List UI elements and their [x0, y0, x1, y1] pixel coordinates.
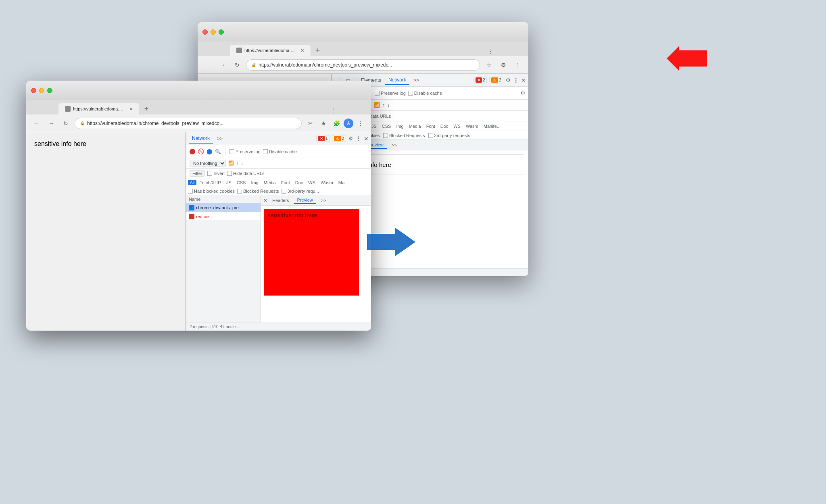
- back-font-filter[interactable]: Font: [424, 123, 438, 129]
- front-profile-icon[interactable]: A: [344, 119, 353, 128]
- back-active-tab[interactable]: https://vulnerabledoma.in/chro... ✕: [230, 45, 311, 56]
- front-more-devtools-tabs[interactable]: >>: [214, 134, 226, 143]
- back-upload-icon[interactable]: ↑: [382, 102, 385, 108]
- back-forward-button[interactable]: →: [217, 59, 228, 71]
- front-network-tab[interactable]: Network: [189, 134, 213, 144]
- back-ws-filter[interactable]: WS: [451, 123, 463, 129]
- back-address-bar[interactable]: 🔒 https://vulnerabledoma.in/chrome_devto…: [246, 59, 480, 71]
- front-request-row-1[interactable]: h chrome_devtools_pre...: [186, 203, 261, 212]
- front-3rd-party[interactable]: 3rd-party requ...: [282, 189, 319, 194]
- back-blocked-requests-checkbox[interactable]: [383, 133, 388, 138]
- front-devtools-close-icon[interactable]: ✕: [364, 135, 369, 142]
- front-hide-data-checkbox[interactable]: [227, 171, 232, 176]
- front-ws-filter[interactable]: WS: [306, 180, 318, 185]
- back-network-tab[interactable]: Network: [385, 75, 409, 85]
- front-tab-menu[interactable]: ⋮: [327, 106, 339, 115]
- front-upload-icon[interactable]: ↑: [236, 161, 239, 166]
- front-filter-icon[interactable]: ⬤: [206, 148, 213, 154]
- back-devtools-settings-icon[interactable]: ⚙: [506, 77, 511, 83]
- front-media-filter[interactable]: Media: [261, 180, 278, 185]
- back-media-filter[interactable]: Media: [407, 123, 423, 129]
- front-star-icon[interactable]: ★: [318, 118, 329, 129]
- front-blocked-cookies-checkbox[interactable]: [188, 189, 193, 194]
- front-reload-button[interactable]: ↻: [60, 118, 71, 129]
- back-3rd-party-checkbox[interactable]: [428, 133, 433, 138]
- front-record-button[interactable]: [190, 149, 195, 154]
- front-headers-tab-btn[interactable]: Headers: [269, 197, 292, 204]
- front-more-button[interactable]: ⋮: [355, 118, 366, 129]
- front-img-filter[interactable]: Img: [248, 180, 261, 185]
- back-disable-cache-checkbox[interactable]: [408, 91, 413, 96]
- front-devtools-more-icon[interactable]: ⋮: [356, 135, 361, 142]
- front-blocked-requests-checkbox[interactable]: [237, 189, 242, 194]
- front-maximize-button[interactable]: [47, 88, 52, 93]
- front-close-button[interactable]: [31, 88, 36, 93]
- front-wasm-filter[interactable]: Wasm: [318, 180, 336, 185]
- back-url-text: https://vulnerabledoma.in/chrome_devtool…: [259, 62, 392, 68]
- front-new-tab-button[interactable]: +: [141, 103, 152, 115]
- front-preserve-log[interactable]: Preserve log: [229, 149, 261, 154]
- front-devtools-settings-icon[interactable]: ⚙: [348, 135, 353, 142]
- front-font-filter[interactable]: Font: [279, 180, 292, 185]
- back-devtools-close-icon[interactable]: ✕: [521, 77, 526, 83]
- back-wasm-filter[interactable]: Wasm: [463, 123, 481, 129]
- front-preserve-log-checkbox[interactable]: [229, 149, 234, 154]
- front-fetch-filter[interactable]: Fetch/XHR: [197, 180, 223, 185]
- front-minimize-button[interactable]: [39, 88, 44, 93]
- back-preserve-log-check[interactable]: Preserve log: [375, 91, 406, 96]
- front-tab-close-icon[interactable]: ✕: [129, 106, 133, 112]
- front-scissors-icon[interactable]: ✂: [305, 118, 316, 129]
- front-search-icon[interactable]: 🔍: [215, 149, 221, 154]
- back-manifest-filter[interactable]: Manife...: [481, 123, 503, 129]
- front-active-tab[interactable]: https://vulnerabledoma.in/chro... ✕: [58, 103, 139, 115]
- back-close-button[interactable]: [202, 29, 208, 35]
- front-blocked-requests[interactable]: Blocked Requests: [237, 189, 279, 194]
- back-tab-close-icon[interactable]: ✕: [300, 48, 304, 53]
- front-wifi-icon[interactable]: 📶: [228, 160, 234, 166]
- front-devtools-body: Name h chrome_devtools_pre... c red.css …: [186, 195, 371, 323]
- back-network-settings-icon[interactable]: ⚙: [521, 90, 525, 96]
- back-doc-filter[interactable]: Doc: [438, 123, 451, 129]
- back-new-tab-button[interactable]: +: [312, 45, 323, 56]
- front-preview-tab-btn[interactable]: Preview: [294, 197, 316, 204]
- back-extensions-icon[interactable]: ⚙: [498, 59, 509, 71]
- front-3rd-party-checkbox[interactable]: [282, 189, 286, 194]
- back-img-filter[interactable]: Img: [394, 123, 406, 129]
- front-doc-filter[interactable]: Doc: [293, 180, 306, 185]
- back-maximize-button[interactable]: [219, 29, 224, 35]
- back-reload-button[interactable]: ↻: [232, 59, 243, 71]
- front-request-row-2[interactable]: c red.css: [186, 212, 261, 221]
- back-devtools-more-icon[interactable]: ⋮: [513, 77, 519, 83]
- front-throttle-select[interactable]: No throttling: [190, 160, 226, 167]
- back-preserve-log-checkbox[interactable]: [375, 91, 380, 96]
- front-all-filter[interactable]: All: [188, 180, 196, 185]
- front-more-filter[interactable]: Mar: [336, 180, 348, 185]
- back-3rd-party[interactable]: 3rd-party requests: [428, 133, 470, 138]
- front-invert-check[interactable]: Invert: [207, 171, 225, 176]
- front-hide-data-check[interactable]: Hide data URLs: [227, 171, 265, 176]
- back-blocked-requests[interactable]: Blocked Requests: [383, 133, 425, 138]
- front-css-filter[interactable]: CSS: [234, 180, 248, 185]
- back-more-tabs-icon[interactable]: >>: [388, 142, 400, 148]
- back-css-filter[interactable]: CSS: [380, 123, 394, 129]
- front-blocked-cookies[interactable]: Has blocked cookies: [188, 189, 235, 194]
- back-bookmark-icon[interactable]: ☆: [483, 59, 494, 71]
- back-tab-menu[interactable]: ⋮: [485, 47, 496, 56]
- front-preview-close-x[interactable]: ✕: [263, 198, 267, 203]
- front-extensions-icon[interactable]: 🧩: [331, 118, 342, 129]
- front-js-filter[interactable]: JS: [224, 180, 234, 185]
- front-invert-checkbox[interactable]: [207, 171, 212, 176]
- back-download-icon[interactable]: ↓: [387, 102, 390, 108]
- front-more-preview-tabs[interactable]: >>: [318, 197, 330, 204]
- front-download-icon[interactable]: ↓: [241, 161, 244, 166]
- front-disable-cache[interactable]: Disable cache: [263, 149, 297, 154]
- back-wifi-icon[interactable]: 📶: [373, 102, 380, 108]
- back-minimize-button[interactable]: [211, 29, 216, 35]
- front-forward-button[interactable]: →: [46, 118, 57, 129]
- front-address-bar[interactable]: 🔒 https://vulnerabledoma.in/chrome_devto…: [75, 118, 302, 129]
- back-more-button[interactable]: ⋮: [512, 59, 524, 71]
- front-clear-icon[interactable]: 🚫: [198, 148, 204, 154]
- back-disable-cache-check[interactable]: Disable cache: [408, 91, 442, 96]
- front-disable-cache-checkbox[interactable]: [263, 149, 268, 154]
- back-more-tabs[interactable]: >>: [410, 76, 422, 85]
